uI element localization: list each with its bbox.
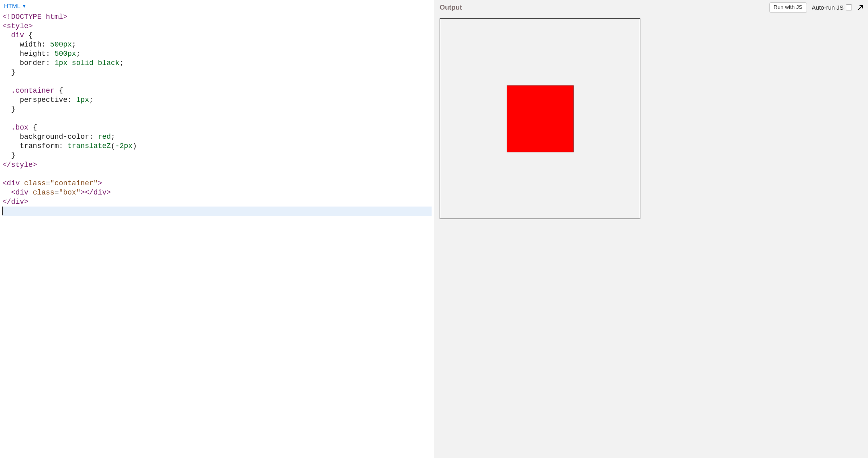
code-line [2,114,432,123]
autorun-checkbox[interactable] [846,4,852,10]
code-line: <style> [2,22,432,31]
output-title: Output [440,4,462,12]
chevron-down-icon: ▼ [22,4,26,8]
run-button[interactable]: Run with JS [769,2,807,13]
code-editor[interactable]: <!DOCTYPE html><style> div { width: 500p… [0,11,434,458]
editor-header: HTML ▼ [0,0,434,11]
code-line: transform: translateZ(-2px) [2,142,432,151]
code-line: width: 500px; [2,40,432,49]
autorun-label: Auto-run JS [812,4,844,11]
code-line: background-color: red; [2,132,432,142]
code-line: } [2,105,432,114]
text-cursor [2,207,3,215]
app: HTML ▼ <!DOCTYPE html><style> div { widt… [0,0,868,458]
code-line: div { [2,31,432,40]
preview-box [507,85,574,152]
language-select[interactable]: HTML ▼ [4,2,26,9]
output-header: Output Run with JS Auto-run JS [434,0,868,14]
code-line: .box { [2,123,432,132]
language-label: HTML [4,2,20,9]
editor-panel: HTML ▼ <!DOCTYPE html><style> div { widt… [0,0,434,458]
code-line: height: 500px; [2,49,432,59]
code-line: <div class="box"></div> [2,188,432,197]
autorun-toggle[interactable]: Auto-run JS [812,4,852,11]
popout-icon[interactable] [857,4,864,11]
code-line: border: 1px solid black; [2,59,432,68]
code-line: <!DOCTYPE html> [2,12,432,22]
code-line: } [2,151,432,160]
code-line: </div> [2,197,432,207]
code-line [2,77,432,86]
output-panel: Output Run with JS Auto-run JS [434,0,868,458]
code-line: <div class="container"> [2,179,432,188]
code-line: } [2,68,432,77]
code-line: .container { [2,86,432,95]
output-preview [434,14,868,458]
preview-container [440,18,640,219]
code-line [2,170,432,179]
code-line: perspective: 1px; [2,95,432,105]
code-line: </style> [2,160,432,170]
code-line-active [2,207,432,216]
